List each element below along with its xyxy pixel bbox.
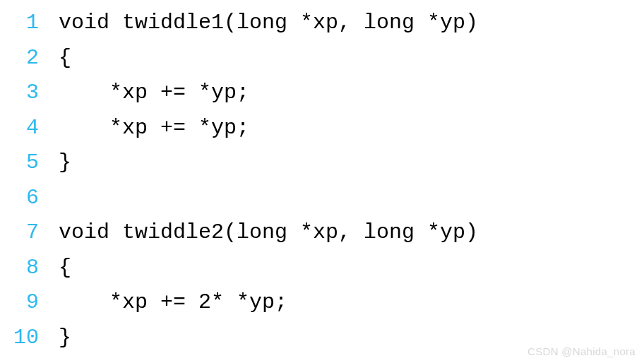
- code-line: 9 *xp += 2* *yp;: [0, 285, 644, 321]
- code-text: *xp += *yp;: [39, 76, 249, 111]
- line-number: 8: [0, 251, 39, 286]
- line-number: 4: [0, 111, 39, 146]
- line-number: 1: [0, 6, 39, 41]
- code-line: 3 *xp += *yp;: [0, 76, 644, 111]
- line-number: 7: [0, 215, 39, 251]
- code-line: 6: [0, 181, 644, 216]
- line-number: 10: [0, 321, 39, 356]
- code-text: *xp += *yp;: [39, 111, 249, 146]
- line-number: 6: [0, 181, 39, 216]
- code-text: void twiddle1(long *xp, long *yp): [39, 6, 478, 41]
- code-line: 5 }: [0, 145, 644, 181]
- code-text: }: [39, 321, 71, 356]
- code-text: {: [39, 251, 71, 286]
- code-text: void twiddle2(long *xp, long *yp): [39, 215, 478, 251]
- line-number: 5: [0, 145, 39, 181]
- line-number: 9: [0, 285, 39, 321]
- code-line: 2 {: [0, 41, 644, 76]
- code-block: 1 void twiddle1(long *xp, long *yp) 2 { …: [0, 6, 644, 355]
- code-text: {: [39, 41, 71, 76]
- code-line: 4 *xp += *yp;: [0, 111, 644, 146]
- code-line: 8 {: [0, 251, 644, 286]
- line-number: 2: [0, 41, 39, 76]
- watermark: CSDN @Nahida_nora: [527, 345, 636, 357]
- line-number: 3: [0, 76, 39, 111]
- code-text: }: [39, 145, 71, 181]
- code-line: 1 void twiddle1(long *xp, long *yp): [0, 6, 644, 41]
- code-line: 7 void twiddle2(long *xp, long *yp): [0, 215, 644, 251]
- code-text: *xp += 2* *yp;: [39, 285, 287, 321]
